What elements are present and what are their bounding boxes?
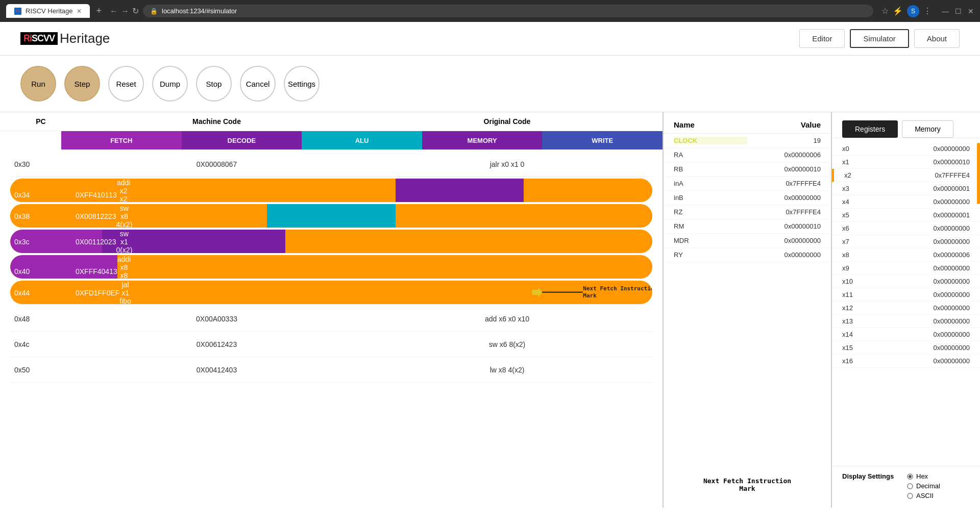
table-row: 0x38 0X00812223 sw x8 4(x2)	[10, 204, 652, 228]
address-bar[interactable]: 🔒 localhost:1234/#simulator	[143, 5, 873, 17]
fetch-stage: FETCH	[61, 131, 182, 149]
forward-button[interactable]: →	[121, 7, 129, 16]
pc-header: PC	[10, 117, 71, 126]
nav-buttons: Editor Simulator About	[799, 29, 960, 48]
extensions-icon[interactable]: ⚡	[893, 5, 903, 17]
table-row: 0x34 0XFF410113 addi x2 x2 -12	[10, 179, 652, 203]
reload-button[interactable]: ↻	[132, 6, 139, 16]
pc-cell: 0x48	[10, 315, 71, 323]
xreg-name-x12: x12	[842, 304, 873, 312]
profile-icon[interactable]: S	[907, 5, 919, 17]
list-item: x7 0x00000000	[832, 235, 980, 248]
browser-chrome: Ri RISCV Heritage ✕ + ← → ↻ 🔒 localhost:…	[0, 0, 980, 22]
pc-cell: 0x30	[10, 160, 71, 168]
registers-section: Name Value CLOCK 19 RA 0x00000006 RB 0x0…	[664, 112, 832, 508]
run-button[interactable]: Run	[20, 66, 56, 102]
instruction-rows: 0x30 0X00008067 jalr x0 x1 0 0x34 0XFF41…	[0, 149, 663, 385]
xreg-value-x7: 0x00000000	[873, 238, 970, 245]
xreg-value-x13: 0x00000000	[873, 317, 970, 325]
registers-tab[interactable]: Registers	[842, 120, 898, 138]
step-button[interactable]: Step	[64, 66, 100, 102]
list-item: RZ 0x7FFFFE4	[664, 205, 831, 219]
ascii-radio[interactable]	[907, 493, 913, 499]
simulator-nav-button[interactable]: Simulator	[850, 29, 909, 48]
mc-cell: 0XFFF40413	[76, 267, 117, 276]
reg-value-rm: 0x00000010	[747, 222, 821, 230]
pc-cell: 0x4c	[10, 340, 71, 348]
xreg-value-x9: 0x00000000	[873, 264, 970, 272]
ascii-option[interactable]: ASCII	[907, 492, 970, 499]
list-item: x10 0x00000000	[832, 275, 980, 288]
minimize-button[interactable]: —	[942, 7, 949, 15]
ascii-label: ASCII	[916, 492, 934, 499]
hex-option[interactable]: Hex	[907, 472, 970, 480]
xreg-value-x10: 0x00000000	[873, 278, 970, 285]
reg-value-ry: 0x00000000	[747, 251, 821, 259]
bookmark-icon[interactable]: ☆	[881, 5, 889, 17]
close-button[interactable]: ✕	[968, 7, 974, 15]
list-item: x3 0x00000001	[832, 182, 980, 195]
dump-button[interactable]: Dump	[152, 66, 188, 102]
back-button[interactable]: ←	[110, 7, 118, 16]
toolbar: Run Step Reset Dump Stop Cancel Settings	[0, 56, 980, 112]
list-item: x16 0x00000000	[832, 355, 980, 368]
xreg-name-x10: x10	[842, 278, 873, 285]
logo-text: Heritage	[60, 31, 110, 46]
memory-tab[interactable]: Memory	[902, 120, 953, 138]
oc-cell: lw x8 4(x2)	[362, 366, 652, 374]
stop-button[interactable]: Stop	[196, 66, 232, 102]
xreg-value-x16: 0x00000000	[873, 357, 970, 365]
memory-stage: MEMORY	[422, 131, 543, 149]
reg-name-rb: RB	[674, 165, 747, 173]
oc-cell: sw x6 8(x2)	[362, 340, 652, 348]
reg-value-rb: 0x00000010	[747, 165, 821, 173]
xreg-value-x12: 0x00000000	[873, 304, 970, 312]
xreg-value-x15: 0x00000000	[873, 344, 970, 352]
xreg-name-x16: x16	[842, 357, 873, 365]
display-options: Hex Decimal ASCII	[907, 472, 970, 502]
settings-button[interactable]: Settings	[284, 66, 320, 102]
machine-code-header: Machine Code	[71, 117, 362, 126]
list-item: RM 0x00000010	[664, 219, 831, 234]
tab-close-icon[interactable]: ✕	[77, 8, 82, 15]
reset-button[interactable]: Reset	[108, 66, 144, 102]
mc-cell: 0X00412403	[71, 366, 362, 374]
logo-ri: Ri	[23, 33, 32, 43]
seg5	[524, 204, 652, 228]
xreg-value-x8: 0x00000006	[873, 251, 970, 259]
list-item: x9 0x00000000	[832, 262, 980, 275]
list-item: inA 0x7FFFFE4	[664, 177, 831, 191]
pipeline-section: PC Machine Code Original Code FETCH DECO…	[0, 112, 664, 508]
decimal-radio[interactable]	[907, 483, 913, 489]
pc-cell: 0x38	[14, 212, 76, 220]
mc-cell: 0X00A00333	[71, 315, 362, 323]
list-item: MDR 0x00000000	[664, 234, 831, 248]
seg4-memory	[396, 179, 524, 202]
editor-nav-button[interactable]: Editor	[799, 29, 845, 48]
list-item: x12 0x00000000	[832, 302, 980, 315]
logo: RiSCVV Heritage	[20, 31, 110, 46]
maximize-button[interactable]: ☐	[955, 7, 962, 15]
hex-radio[interactable]	[907, 473, 913, 480]
table-row: 0x30 0X00008067 jalr x0 x1 0	[10, 152, 652, 177]
register-list: CLOCK 19 RA 0x00000006 RB 0x00000010 inA…	[664, 134, 831, 462]
hex-label: Hex	[916, 472, 928, 480]
decimal-option[interactable]: Decimal	[907, 482, 970, 490]
browser-tab[interactable]: Ri RISCV Heritage ✕	[6, 4, 90, 18]
seg2-rest	[285, 230, 652, 253]
xreg-name-x4: x4	[842, 198, 873, 206]
oc-cell: jalr x0 x1 0	[362, 160, 652, 168]
list-item: x5 0x00000001	[832, 209, 980, 222]
list-item: RB 0x00000010	[664, 162, 831, 177]
xreg-value-x11: 0x00000000	[873, 291, 970, 298]
reg-name-ra: RA	[674, 151, 747, 159]
menu-icon[interactable]: ⋮	[923, 5, 932, 17]
new-tab-button[interactable]: +	[96, 6, 102, 16]
lock-icon: 🔒	[150, 8, 158, 15]
list-item: x4 0x00000000	[832, 195, 980, 209]
cancel-button[interactable]: Cancel	[240, 66, 276, 102]
logo-scv: SCVV	[32, 33, 55, 43]
reg-name-mdr: MDR	[674, 237, 747, 244]
mc-cell: 0XFF410113	[76, 191, 117, 199]
about-nav-button[interactable]: About	[914, 29, 960, 48]
